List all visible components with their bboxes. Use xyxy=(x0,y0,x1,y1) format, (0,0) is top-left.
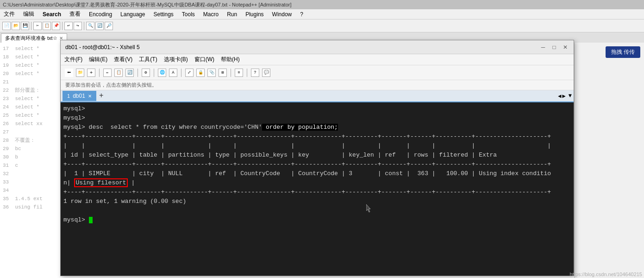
xshell-menubar: 文件(F) 编辑(E) 查看(V) 工具(T) 选项卡(B) 窗口(W) 帮助(… xyxy=(61,54,574,65)
menu-file[interactable]: 文件 xyxy=(2,9,17,19)
terminal-line-1: mysql> xyxy=(63,104,571,114)
prompt-2: mysql> xyxy=(63,114,85,121)
maximize-button[interactable]: □ xyxy=(550,44,558,51)
xshell-tb-folder[interactable]: 📁 xyxy=(76,69,84,77)
menu-tools[interactable]: Tools xyxy=(180,10,197,19)
terminal-line-result: 1 row in set, 1 warning (0.00 sec) xyxy=(63,197,571,206)
line-30: 30 b xyxy=(3,153,57,161)
terminal-line-sep1: +----+-------------+-------+------------… xyxy=(63,132,571,141)
xshell-titlebar: db01 - root@db01:~ - Xshell 5 ─ □ ✕ xyxy=(61,40,574,54)
xshell-tb-list[interactable]: ≡ xyxy=(235,69,243,77)
cmd-highlight: order by population; xyxy=(262,124,338,131)
tb-undo[interactable]: ↩ xyxy=(64,22,73,30)
menu-window[interactable]: Window xyxy=(270,10,294,19)
xshell-menu-file[interactable]: 文件(F) xyxy=(64,56,82,63)
xshell-tb-sep4 xyxy=(181,69,181,77)
tab-label: 多表查询环境准备 txt☆ xyxy=(5,35,57,42)
tb-open[interactable]: 📂 xyxy=(12,22,20,30)
xshell-menu-tools[interactable]: 工具(T) xyxy=(139,56,157,63)
menu-help[interactable]: ? xyxy=(298,10,305,19)
np-right-panel: 拖拽 传传 xyxy=(574,43,644,278)
line-25: 25 select * xyxy=(3,111,57,120)
xshell-tb-arrow[interactable]: 🌐 xyxy=(158,69,166,77)
notepad-titlebar: C:\Users\Administrator\Desktop\课堂7.老男孩教育… xyxy=(0,0,644,9)
xshell-tb-lock[interactable]: 🔒 xyxy=(196,69,205,77)
xshell-menu-edit[interactable]: 编辑(E) xyxy=(89,56,107,63)
terminal-line-2: mysql> xyxy=(63,114,571,123)
baidu-panel-btn[interactable]: 拖拽 传传 xyxy=(606,46,640,58)
minimize-button[interactable]: ─ xyxy=(539,44,547,51)
tb-save[interactable]: 💾 xyxy=(21,22,29,30)
xshell-tb-expand[interactable]: ⤢ xyxy=(185,69,194,77)
session-tab-number: 1 xyxy=(67,93,70,99)
tb-redo[interactable]: ↪ xyxy=(74,22,82,30)
line-20: 20 select * xyxy=(3,70,57,78)
xshell-tb-grid[interactable]: ⊞ xyxy=(219,69,227,77)
session-nav-down[interactable]: ▼ xyxy=(569,93,572,99)
session-tab-close[interactable]: ✕ xyxy=(88,94,92,99)
xshell-window-buttons: ─ □ ✕ xyxy=(539,44,569,51)
menu-edit[interactable]: 编辑 xyxy=(21,9,36,19)
tb-zoom-in[interactable]: 🔎 xyxy=(105,22,113,30)
xshell-toolbar: ⬅ 📁 + ✏ 📋 🔄 ⚙ 🌐 A ⤢ 🔒 📎 ⊞ ≡ ? 💬 xyxy=(61,65,574,80)
session-tab-db01[interactable]: 1 db01 ✕ xyxy=(63,91,96,101)
xshell-tb-help[interactable]: ? xyxy=(251,69,259,77)
line-27: 27 xyxy=(3,128,57,136)
terminal-line-filesort: n| Using filesort | xyxy=(63,178,571,188)
tb-copy[interactable]: 📋 xyxy=(43,22,51,30)
notepad-tab-main[interactable]: 多表查询环境准备 txt☆ ✕ xyxy=(1,33,67,43)
xshell-tb-sep2 xyxy=(138,69,138,77)
xshell-tb-chat[interactable]: 💬 xyxy=(262,69,270,77)
tb-cut[interactable]: ✂ xyxy=(33,22,42,30)
menu-encoding[interactable]: Encoding xyxy=(87,10,114,19)
xshell-menu-view[interactable]: 查看(V) xyxy=(114,56,132,63)
xshell-tb-font[interactable]: A xyxy=(169,69,177,77)
menu-language[interactable]: Language xyxy=(119,10,147,19)
tb-new[interactable]: 📄 xyxy=(2,22,11,30)
menu-search[interactable]: Search xyxy=(41,10,63,19)
line-24: 24 select * xyxy=(3,103,57,111)
xshell-tb-new[interactable]: + xyxy=(87,69,95,77)
terminal-cursor xyxy=(89,217,93,223)
xshell-menu-tabs[interactable]: 选项卡(B) xyxy=(164,56,188,63)
line-28: 28 不覆盖： xyxy=(3,136,57,145)
xshell-tb-refresh[interactable]: 🔄 xyxy=(125,69,134,77)
line-36: 36 using fil xyxy=(3,203,57,211)
tb-find[interactable]: 🔍 xyxy=(86,22,94,30)
session-add-button[interactable]: + xyxy=(96,91,106,101)
xshell-tb-settings[interactable]: ⚙ xyxy=(142,69,150,77)
xshell-tb-copy[interactable]: 📋 xyxy=(114,69,123,77)
line-34: 34 xyxy=(3,186,57,195)
prompt-1: mysql> xyxy=(63,105,85,112)
xshell-tb-edit[interactable]: ✏ xyxy=(103,69,112,77)
xshell-menu-help[interactable]: 帮助(H) xyxy=(221,56,240,63)
line-19: 19 select * xyxy=(3,61,57,70)
menu-plugins[interactable]: Plugins xyxy=(244,10,265,19)
menu-settings[interactable]: Settings xyxy=(151,10,175,19)
close-button[interactable]: ✕ xyxy=(562,44,569,51)
toolbar-separator-1 xyxy=(31,22,31,30)
xshell-menu-window[interactable]: 窗口(W) xyxy=(194,56,214,63)
xshell-title-text: db01 - root@db01:~ - Xshell 5 xyxy=(65,44,140,51)
prompt-3: mysql> desc select * from city where cou… xyxy=(63,124,262,131)
session-tab-name: db01 xyxy=(73,93,85,99)
session-nav-right[interactable]: ▶ xyxy=(563,93,566,100)
menu-macro[interactable]: Macro xyxy=(201,10,220,19)
xshell-tb-sep1 xyxy=(99,69,100,77)
xshell-tb-1[interactable]: ⬅ xyxy=(65,69,73,77)
xshell-tb-sep6 xyxy=(247,69,247,77)
menu-view[interactable]: 查看 xyxy=(68,9,82,19)
menu-run[interactable]: Run xyxy=(225,10,239,19)
session-nav-left[interactable]: ◀ xyxy=(558,93,561,100)
line-29: 29 bc xyxy=(3,145,57,153)
xshell-tb-clipboard[interactable]: 📎 xyxy=(207,69,216,77)
xshell-terminal[interactable]: mysql> mysql> mysql> desc select * from … xyxy=(61,102,574,276)
tb-replace[interactable]: 🔄 xyxy=(95,22,104,30)
line-18: 18 select * xyxy=(3,53,57,61)
terminal-line-blank xyxy=(63,206,571,215)
notepad-editor: 17 select * 18 select * 19 select * 20 s… xyxy=(0,43,60,278)
line-33: 33 xyxy=(3,178,57,186)
line-17: 17 select * xyxy=(3,44,57,53)
tb-paste[interactable]: 📌 xyxy=(52,22,60,30)
prompt-final: mysql> xyxy=(63,216,89,223)
